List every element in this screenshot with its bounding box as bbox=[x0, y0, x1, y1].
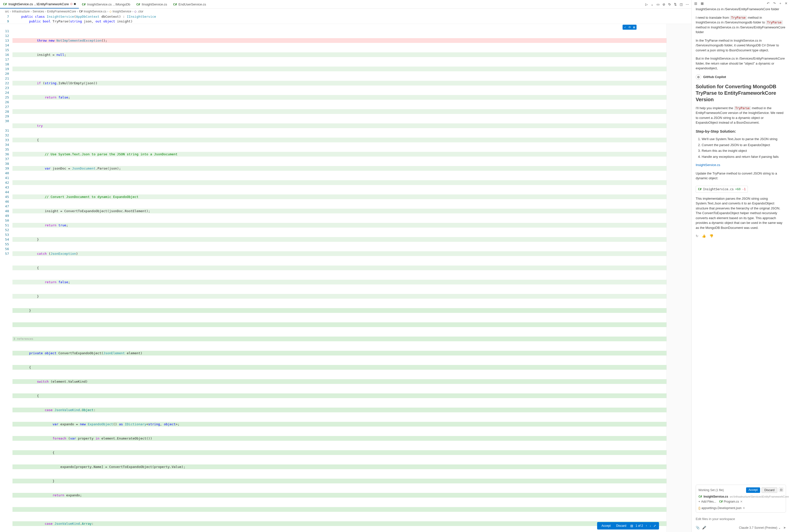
send-icon[interactable]: ➤ bbox=[783, 526, 786, 530]
chevron-down-icon: ⌄ bbox=[778, 526, 781, 530]
redo-icon[interactable]: ↷ bbox=[773, 1, 776, 5]
plus-icon[interactable]: + bbox=[779, 1, 781, 5]
dirty-indicator-icon bbox=[74, 3, 76, 5]
tab-label: IInsightService.cs bbox=[142, 2, 167, 6]
file-link[interactable]: InsightService.cs bbox=[696, 163, 720, 167]
plus-icon: + bbox=[698, 500, 700, 504]
panel-header: ▥ ▦ ↶ ↷ + ✕ bbox=[692, 0, 790, 7]
close-icon[interactable]: ✕ bbox=[785, 1, 788, 5]
editor-body: 11 12 13 14 15 16 17 18 19 20 21 22 23 2… bbox=[0, 24, 692, 532]
ws-context-file[interactable]: C# Program.cs ✕ bbox=[719, 500, 742, 504]
copilot-icon: ⊙ bbox=[696, 74, 701, 80]
ws-accept-button[interactable]: Accept bbox=[746, 487, 760, 493]
chat-toolbar: 📎 🎤 Claude 3.7 Sonnet (Preview) ⌄ ➤ bbox=[692, 525, 790, 532]
tab-label: EndUserService.cs bbox=[179, 2, 206, 6]
minimap[interactable] bbox=[666, 24, 692, 532]
compare-icon[interactable]: ⇅ bbox=[674, 2, 677, 6]
accept-discard-bar: Accept Discard ▤ 1 of 2 ↑ ↓ ⤢ bbox=[597, 522, 659, 530]
chat-textbox[interactable] bbox=[696, 515, 786, 523]
user-message: I need to translate from TryParse method… bbox=[696, 15, 786, 35]
model-picker[interactable]: Claude 3.7 Sonnet (Preview) ⌄ bbox=[739, 526, 781, 530]
split-icon[interactable]: ◫ bbox=[680, 2, 683, 6]
ws-file[interactable]: C# InsightService.cs src\Infrastructure\… bbox=[698, 495, 783, 498]
sticky-scroll[interactable]: 7 public class InsightService(AppDbConte… bbox=[0, 14, 692, 24]
csharp-icon: C# bbox=[3, 2, 7, 6]
working-set: Working Set (1 file) Accept Discard ▤ C#… bbox=[696, 484, 786, 513]
references-codelens[interactable]: 3 references bbox=[13, 337, 666, 341]
more-icon[interactable]: ⋯ bbox=[686, 2, 689, 6]
check-icon[interactable]: ⊘ bbox=[662, 2, 665, 6]
add-files-button[interactable]: + Add Files... bbox=[698, 500, 716, 504]
breadcrumb[interactable]: src› Infrastructure› Services› EntityFra… bbox=[0, 9, 692, 14]
code-content[interactable]: ✓ ⟳ ▤ throw new NotImplementedException(… bbox=[13, 24, 666, 532]
ws-diff-icon[interactable]: ▤ bbox=[779, 487, 783, 492]
mic-icon[interactable]: 🎤 bbox=[702, 526, 706, 530]
csharp-icon: C# bbox=[719, 500, 723, 504]
editor-area: C# InsightService.cs ...\EntityFramework… bbox=[0, 0, 692, 532]
copilot-panel: ▥ ▦ ↶ ↷ + ✕ InsightService.cs in /Servic… bbox=[692, 0, 790, 532]
steps-list: We'll use System.Text.Json to parse the … bbox=[696, 137, 786, 159]
class-icon: ◇ bbox=[109, 10, 112, 13]
method-icon: ◇ bbox=[134, 10, 136, 13]
tab-label: InsightService.cs ...\MongoDb bbox=[87, 2, 130, 6]
json-icon: {} bbox=[698, 506, 700, 510]
assistant-message: This implementation parses the JSON stri… bbox=[696, 196, 786, 230]
comment-icon[interactable]: ▭ bbox=[657, 2, 660, 6]
chevron-down-icon[interactable]: ⌄ bbox=[651, 2, 654, 6]
remove-icon[interactable]: ✕ bbox=[742, 506, 745, 510]
arrow-up-icon[interactable]: ↑ bbox=[645, 524, 647, 528]
assistant-message: Update the TryParse method to convert JS… bbox=[696, 171, 786, 181]
csharp-icon: C# bbox=[173, 2, 177, 6]
csharp-icon: C# bbox=[698, 495, 702, 498]
steps-heading: Step-by-Step Solution: bbox=[696, 129, 786, 134]
code-line[interactable]: public class InsightService(AppDbContext… bbox=[13, 14, 692, 19]
context-line: InsightService.cs in /Services/EntityFra… bbox=[696, 7, 786, 12]
chat-input bbox=[696, 515, 786, 523]
retry-icon[interactable]: ↻ bbox=[696, 233, 698, 239]
tab-bar: C# InsightService.cs ...\EntityFramework… bbox=[0, 0, 692, 9]
user-message: But in the InsightService.cs in /Service… bbox=[696, 56, 786, 71]
csharp-icon: C# bbox=[82, 2, 86, 6]
expand-icon[interactable]: ⤢ bbox=[654, 524, 656, 528]
assistant-message: I'll help you implement the TryParse met… bbox=[696, 106, 786, 125]
undo-icon[interactable]: ↶ bbox=[767, 1, 770, 5]
undo-icon[interactable]: ⟳ bbox=[628, 25, 631, 29]
code-line[interactable]: public bool TryParse(string json, out ob… bbox=[13, 19, 692, 24]
history-icon[interactable]: ↻ bbox=[668, 2, 671, 6]
csharp-icon: C# bbox=[136, 2, 140, 6]
accept-button[interactable]: Accept bbox=[600, 524, 612, 528]
diff-icon[interactable]: ▤ bbox=[630, 524, 633, 528]
tab-insightservice-mongo[interactable]: C# InsightService.cs ...\MongoDb bbox=[79, 0, 133, 8]
run-icon[interactable]: ▷ bbox=[645, 2, 648, 6]
deletions-count: -1 bbox=[742, 187, 746, 191]
chat-content: InsightService.cs in /Services/EntityFra… bbox=[692, 7, 790, 482]
attach-icon[interactable]: 📎 bbox=[696, 526, 700, 530]
solution-title: Solution for Converting MongoDB TryParse… bbox=[696, 83, 786, 103]
file-chip[interactable]: C# InsightService.cs +60 -1 bbox=[696, 186, 748, 193]
csharp-icon: C# bbox=[79, 10, 82, 13]
thumbs-up-icon[interactable]: 👍 bbox=[702, 233, 706, 239]
arrow-down-icon[interactable]: ↓ bbox=[649, 524, 651, 528]
tab-enduserservice[interactable]: C# EndUserService.cs bbox=[170, 0, 209, 8]
tab-label: InsightService.cs ...\EntityFrameworkCor… bbox=[8, 2, 69, 6]
thumbs-down-icon[interactable]: 👎 bbox=[710, 233, 713, 239]
additions-count: +60 bbox=[735, 187, 740, 191]
change-counter: 1 of 2 bbox=[636, 524, 643, 528]
discard-button[interactable]: Discard bbox=[614, 524, 628, 528]
remove-icon[interactable]: ✕ bbox=[740, 500, 742, 504]
tab-iinsightservice[interactable]: C# IInsightService.cs bbox=[133, 0, 170, 8]
line-gutter: 11 12 13 14 15 16 17 18 19 20 21 22 23 2… bbox=[0, 24, 13, 532]
tab-insightservice-ef[interactable]: C# InsightService.cs ...\EntityFramework… bbox=[0, 0, 79, 8]
diff-icon[interactable]: ▤ bbox=[632, 25, 636, 29]
copilot-badge: ⊙ GitHub Copilot bbox=[696, 74, 786, 80]
panel-layout-icon[interactable]: ▦ bbox=[701, 1, 704, 5]
new-chat-icon[interactable]: ▥ bbox=[694, 1, 697, 5]
ws-context-file[interactable]: {} appsettings.Development.json ✕ bbox=[698, 506, 745, 510]
accept-icon[interactable]: ✓ bbox=[623, 25, 627, 29]
csharp-icon: C# bbox=[698, 187, 701, 191]
dirty-indicator-icon bbox=[70, 3, 72, 5]
user-message: In the TryParse method in InsightService… bbox=[696, 38, 786, 53]
editor-actions: ▷ ⌄ ▭ ⊘ ↻ ⇅ ◫ ⋯ bbox=[645, 2, 692, 6]
ws-discard-button[interactable]: Discard bbox=[761, 487, 777, 493]
working-set-title: Working Set (1 file) bbox=[698, 488, 724, 492]
